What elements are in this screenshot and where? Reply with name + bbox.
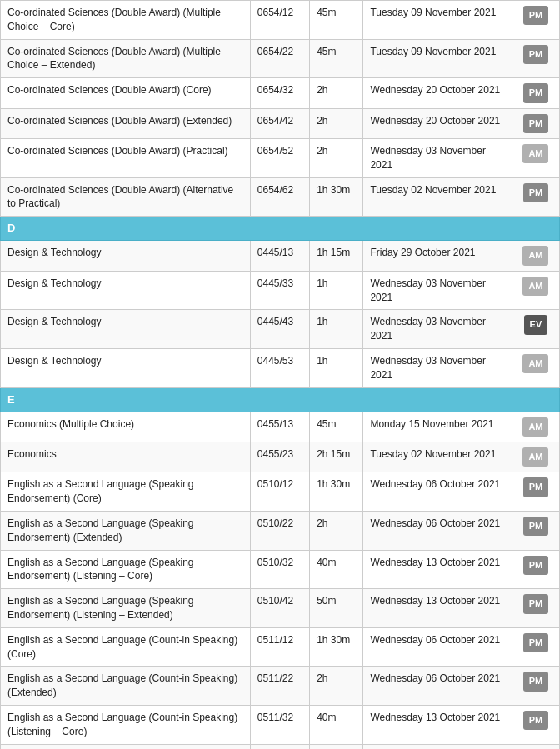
duration-cell: 40m [310, 550, 363, 589]
duration-cell: 1h 30m [310, 472, 363, 512]
date-cell: Wednesday 06 October 2021 [363, 512, 512, 551]
session-cell: EV [512, 310, 559, 349]
section-header-row: E [1, 387, 560, 412]
session-cell: PM [512, 472, 559, 512]
table-row: English as a Second Language (Count-in S… [1, 744, 560, 749]
table-row: Design & Technology0445/431hWednesday 03… [1, 310, 560, 349]
date-cell: Wednesday 13 October 2021 [363, 550, 512, 589]
subject-cell: English as a Second Language (Speaking E… [1, 472, 251, 512]
date-cell: Wednesday 13 October 2021 [363, 744, 512, 749]
table-row: Co-ordinated Sciences (Double Award) (Al… [1, 177, 560, 217]
session-badge: PM [523, 83, 549, 102]
section-header-label: D [1, 217, 560, 241]
table-row: English as a Second Language (Speaking E… [1, 512, 560, 551]
subject-cell: Design & Technology [1, 310, 251, 349]
date-cell: Monday 15 November 2021 [363, 412, 512, 442]
session-cell: PM [512, 627, 559, 667]
code-cell: 0445/13 [250, 241, 309, 271]
session-cell: AM [512, 348, 559, 387]
date-cell: Wednesday 20 October 2021 [363, 108, 512, 138]
duration-cell: 2h [310, 78, 363, 108]
session-badge: PM [523, 517, 549, 536]
table-row: Economics (Multiple Choice)0455/1345mMon… [1, 412, 560, 442]
code-cell: 0654/32 [250, 78, 309, 108]
session-badge: PM [523, 672, 549, 691]
date-cell: Wednesday 03 November 2021 [363, 348, 512, 387]
table-row: Co-ordinated Sciences (Double Award) (Ex… [1, 108, 560, 138]
code-cell: 0510/32 [250, 550, 309, 589]
exam-timetable: Co-ordinated Sciences (Double Award) (Mu… [0, 0, 560, 749]
subject-cell: English as a Second Language (Count-in S… [1, 706, 251, 745]
subject-cell: Co-ordinated Sciences (Double Award) (Ex… [1, 108, 251, 138]
session-badge: AM [522, 144, 548, 163]
duration-cell: 50m [310, 744, 363, 749]
session-cell: PM [512, 550, 559, 589]
session-badge: EV [524, 315, 548, 334]
code-cell: 0654/12 [250, 1, 309, 40]
duration-cell: 1h [310, 310, 363, 349]
duration-cell: 50m [310, 589, 363, 628]
subject-cell: Design & Technology [1, 241, 251, 271]
code-cell: 0511/12 [250, 627, 309, 667]
duration-cell: 1h 30m [310, 177, 363, 217]
duration-cell: 2h 15m [310, 442, 363, 472]
table-row: Co-ordinated Sciences (Double Award) (Mu… [1, 39, 560, 78]
session-badge: PM [523, 183, 549, 202]
table-row: English as a Second Language (Speaking E… [1, 550, 560, 589]
duration-cell: 2h [310, 138, 363, 177]
duration-cell: 2h [310, 108, 363, 138]
date-cell: Wednesday 20 October 2021 [363, 78, 512, 108]
code-cell: 0510/42 [250, 589, 309, 628]
date-cell: Wednesday 03 November 2021 [363, 310, 512, 349]
session-cell: PM [512, 78, 559, 108]
session-cell: AM [512, 138, 559, 177]
date-cell: Wednesday 13 October 2021 [363, 589, 512, 628]
session-cell: AM [512, 412, 559, 442]
table-row: Co-ordinated Sciences (Double Award) (Mu… [1, 1, 560, 40]
code-cell: 0455/23 [250, 442, 309, 472]
table-row: English as a Second Language (Count-in S… [1, 627, 560, 667]
date-cell: Tuesday 02 November 2021 [363, 442, 512, 472]
session-cell: PM [512, 177, 559, 217]
table-row: English as a Second Language (Speaking E… [1, 472, 560, 512]
subject-cell: Design & Technology [1, 348, 251, 387]
session-badge: PM [523, 633, 549, 652]
session-cell: PM [512, 1, 559, 40]
code-cell: 0510/12 [250, 472, 309, 512]
session-badge: PM [523, 477, 549, 497]
session-badge: AM [522, 277, 548, 296]
subject-cell: Design & Technology [1, 271, 251, 310]
session-badge: PM [523, 114, 549, 133]
duration-cell: 1h 15m [310, 241, 363, 271]
date-cell: Wednesday 06 October 2021 [363, 667, 512, 706]
table-row: English as a Second Language (Count-in S… [1, 667, 560, 706]
session-badge: PM [523, 45, 549, 64]
session-badge: AM [522, 246, 548, 265]
section-header-row: D [1, 217, 560, 241]
date-cell: Wednesday 03 November 2021 [363, 271, 512, 310]
date-cell: Wednesday 06 October 2021 [363, 472, 512, 512]
date-cell: Tuesday 09 November 2021 [363, 1, 512, 40]
subject-cell: Co-ordinated Sciences (Double Award) (Al… [1, 177, 251, 217]
subject-cell: Economics [1, 442, 251, 472]
session-badge: AM [522, 417, 548, 437]
session-cell: PM [512, 39, 559, 78]
duration-cell: 1h [310, 271, 363, 310]
date-cell: Tuesday 02 November 2021 [363, 177, 512, 217]
table-row: Design & Technology0445/331hWednesday 03… [1, 271, 560, 310]
session-badge: PM [523, 594, 549, 613]
session-badge: AM [522, 354, 548, 373]
session-cell: PM [512, 667, 559, 706]
code-cell: 0654/22 [250, 39, 309, 78]
session-badge: PM [523, 711, 549, 730]
subject-cell: English as a Second Language (Speaking E… [1, 512, 251, 551]
subject-cell: English as a Second Language (Count-in S… [1, 627, 251, 667]
table-row: Co-ordinated Sciences (Double Award) (Pr… [1, 138, 560, 177]
duration-cell: 1h 30m [310, 627, 363, 667]
subject-cell: English as a Second Language (Speaking E… [1, 550, 251, 589]
session-badge: PM [523, 556, 549, 575]
session-badge: AM [522, 447, 548, 467]
date-cell: Friday 29 October 2021 [363, 241, 512, 271]
code-cell: 0511/42 [250, 744, 309, 749]
code-cell: 0510/22 [250, 512, 309, 551]
